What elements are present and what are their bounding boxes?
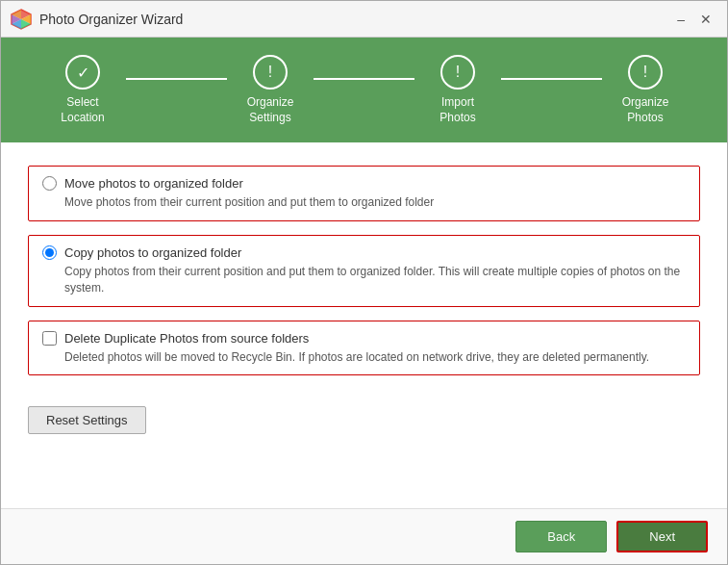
step-icon-3: ! (456, 64, 460, 81)
step-icon-2: ! (268, 64, 272, 81)
step-icon-4: ! (643, 64, 647, 81)
close-button[interactable]: ✕ (694, 13, 717, 26)
step-label-1: SelectLocation (61, 95, 104, 125)
step-line-2 (314, 78, 414, 80)
step-import-photos: ! ImportPhotos (414, 55, 501, 125)
step-circle-3: ! (440, 55, 475, 90)
step-circle-2: ! (253, 55, 288, 90)
move-option-group: Move photos to organized folder Move pho… (28, 166, 700, 221)
move-radio[interactable] (42, 176, 57, 191)
delete-checkbox[interactable] (42, 331, 57, 346)
app-logo (11, 9, 32, 30)
step-organize-settings: ! OrganizeSettings (227, 55, 314, 125)
step-circle-4: ! (628, 55, 663, 90)
copy-desc: Copy photos from their current position … (64, 264, 686, 296)
step-label-2: OrganizeSettings (247, 95, 294, 125)
step-organize-photos: ! OrganizePhotos (602, 55, 689, 125)
main-content: Move photos to organized folder Move pho… (1, 142, 727, 508)
title-bar: Photo Organizer Wizard – ✕ (1, 1, 727, 38)
window-controls: – ✕ (671, 13, 717, 26)
window-title: Photo Organizer Wizard (39, 12, 671, 27)
stepper: ✓ SelectLocation ! OrganizeSettings ! Im… (39, 55, 689, 125)
delete-option-group: Delete Duplicate Photos from source fold… (28, 321, 700, 376)
move-desc: Move photos from their current position … (64, 194, 686, 211)
wizard-header: ✓ SelectLocation ! OrganizeSettings ! Im… (1, 38, 727, 142)
move-label[interactable]: Move photos to organized folder (64, 176, 243, 191)
step-label-4: OrganizePhotos (622, 95, 669, 125)
delete-option-row: Delete Duplicate Photos from source fold… (42, 331, 686, 346)
copy-option-group: Copy photos to organized folder Copy pho… (28, 235, 700, 307)
step-line-3 (501, 78, 602, 80)
delete-label[interactable]: Delete Duplicate Photos from source fold… (64, 331, 309, 346)
reset-settings-button[interactable]: Reset Settings (28, 406, 146, 434)
step-icon-1: ✓ (77, 64, 89, 82)
copy-radio[interactable] (42, 245, 57, 260)
copy-label[interactable]: Copy photos to organized folder (64, 245, 241, 260)
step-circle-1: ✓ (65, 55, 100, 90)
next-button[interactable]: Next (616, 521, 708, 552)
move-option-row: Move photos to organized folder (42, 176, 686, 191)
minimize-button[interactable]: – (671, 13, 690, 26)
copy-option-row: Copy photos to organized folder (42, 245, 686, 260)
back-button[interactable]: Back (515, 521, 607, 552)
step-line-1 (126, 78, 227, 80)
step-select-location: ✓ SelectLocation (39, 55, 126, 125)
delete-desc: Deleted photos will be moved to Recycle … (64, 349, 686, 366)
step-label-3: ImportPhotos (439, 95, 475, 125)
main-window: Photo Organizer Wizard – ✕ ✓ SelectLocat… (0, 0, 728, 565)
footer: Back Next (1, 508, 727, 564)
